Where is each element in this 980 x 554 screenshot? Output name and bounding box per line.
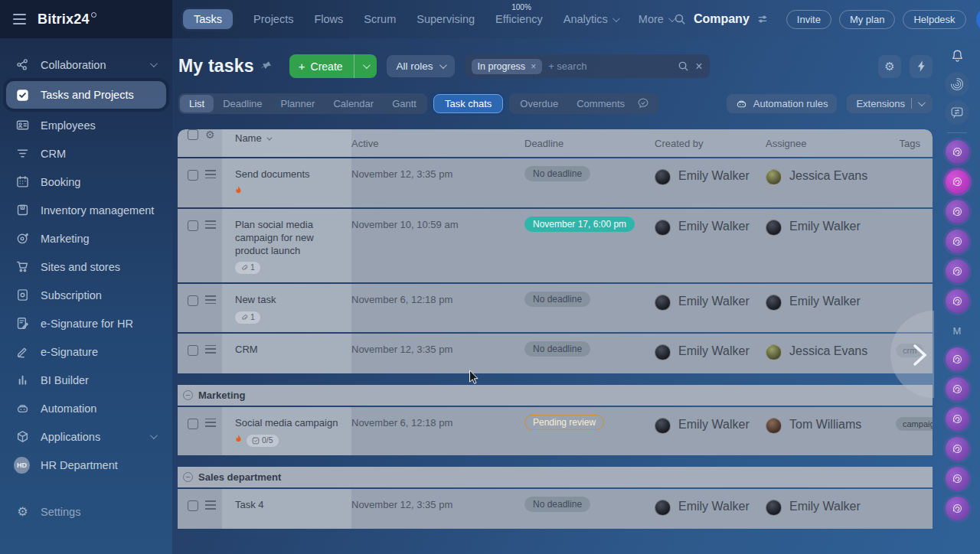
chat-bubble-icon[interactable] bbox=[946, 497, 969, 520]
row-checkbox[interactable] bbox=[188, 220, 198, 231]
create-button[interactable]: +Create bbox=[289, 54, 377, 78]
deadline-badge[interactable]: Pending review bbox=[524, 415, 604, 430]
automation-rules-button[interactable]: Automation rules bbox=[727, 94, 838, 113]
tab-comments[interactable]: Comments bbox=[567, 95, 634, 112]
column-header-created-by[interactable]: Created by bbox=[655, 129, 766, 157]
sidebar-item-collaboration[interactable]: Collaboration bbox=[0, 51, 172, 79]
nav-item-scrum[interactable]: Scrum bbox=[364, 13, 396, 25]
automation-flash-button[interactable] bbox=[910, 55, 933, 78]
chat-bubble-icon[interactable] bbox=[946, 200, 969, 223]
sidebar-item-sites-and-stores[interactable]: Sites and stores bbox=[0, 253, 172, 281]
task-name-cell[interactable]: New task1 bbox=[222, 284, 351, 332]
chat-bubble-icon[interactable] bbox=[946, 140, 969, 164]
menu-icon[interactable] bbox=[13, 14, 26, 24]
table-row[interactable]: Send documentsNovember 12, 3:35 pmNo dea… bbox=[178, 158, 933, 207]
sidebar-item-subscription[interactable]: Subscription bbox=[0, 281, 172, 309]
filter-sliders-icon[interactable] bbox=[757, 14, 768, 24]
company-scope-label[interactable]: Company bbox=[694, 12, 750, 26]
column-header-name[interactable]: Name bbox=[222, 129, 351, 157]
table-row[interactable]: Plan social media campaign for new produ… bbox=[178, 209, 933, 282]
global-search[interactable]: Company bbox=[674, 12, 768, 26]
sidebar-item-e-signature[interactable]: e-Signature bbox=[0, 337, 172, 366]
collapse-icon[interactable]: − bbox=[183, 472, 193, 482]
table-section-marketing[interactable]: −Marketing bbox=[178, 385, 933, 406]
tab-list[interactable]: List bbox=[180, 95, 214, 112]
task-name-cell[interactable]: Send documents bbox=[222, 158, 351, 207]
task-name-cell[interactable]: CRM bbox=[222, 334, 351, 373]
created-by-cell[interactable]: Emily Walker bbox=[655, 489, 766, 529]
nav-item-projects[interactable]: Projects bbox=[253, 13, 293, 25]
create-dropdown[interactable] bbox=[354, 54, 377, 78]
extensions-button[interactable]: Extensions bbox=[847, 94, 933, 113]
assignee-cell[interactable]: Jessica Evans bbox=[766, 334, 888, 373]
created-by-cell[interactable]: Emily Walker bbox=[655, 209, 766, 282]
table-row[interactable]: Task 4November 12, 3:35 pmNo deadlineEmi… bbox=[178, 489, 933, 529]
deadline-badge[interactable]: November 17, 6:00 pm bbox=[524, 217, 635, 232]
task-name-cell[interactable]: Task 4 bbox=[222, 489, 351, 529]
sidebar-item-tasks-and-projects[interactable]: Tasks and Projects bbox=[6, 81, 166, 109]
search-icon[interactable] bbox=[678, 60, 689, 72]
filter-chip-in-progress[interactable]: In progress× bbox=[472, 59, 543, 74]
history-icon[interactable] bbox=[945, 72, 969, 96]
table-section-sales-department[interactable]: −Sales department bbox=[178, 467, 933, 487]
sidebar-item-automation[interactable]: Automation bbox=[0, 394, 172, 422]
row-checkbox[interactable] bbox=[188, 419, 198, 429]
nav-item-tasks[interactable]: Tasks bbox=[183, 9, 233, 29]
bell-icon[interactable] bbox=[945, 44, 969, 68]
column-header-active[interactable]: Active bbox=[351, 129, 524, 157]
column-header-assignee[interactable]: Assignee bbox=[766, 129, 888, 157]
row-checkbox[interactable] bbox=[188, 295, 198, 306]
tab-gantt[interactable]: Gantt bbox=[383, 95, 426, 112]
chat-bubble-icon[interactable] bbox=[946, 377, 969, 401]
chat-bubble-icon[interactable] bbox=[946, 467, 969, 490]
sidebar-item-e-signature-for-hr[interactable]: e-Signature for HR bbox=[0, 309, 172, 337]
sidebar-item-bi-builder[interactable]: BI Builder bbox=[0, 366, 172, 394]
sidebar-item-inventory-management[interactable]: Inventory management bbox=[0, 196, 172, 224]
created-by-cell[interactable]: Emily Walker bbox=[655, 407, 766, 456]
task-name-cell[interactable]: Social media campaign0/5 bbox=[222, 407, 351, 456]
chat-bubble-icon[interactable] bbox=[946, 170, 969, 194]
row-checkbox[interactable] bbox=[188, 170, 198, 181]
clear-search-icon[interactable]: × bbox=[695, 60, 702, 73]
deadline-badge[interactable]: No deadline bbox=[524, 341, 590, 357]
column-header-tags[interactable]: Tags bbox=[888, 129, 933, 157]
chat-bubble-icon[interactable] bbox=[946, 259, 969, 283]
tab-task-chats[interactable]: Task chats bbox=[433, 94, 503, 113]
assignee-cell[interactable]: Emily Walker bbox=[766, 209, 888, 282]
task-search-field[interactable]: In progress× + search × bbox=[465, 54, 710, 78]
drag-handle-icon[interactable] bbox=[205, 500, 216, 509]
chat-bubble-icon[interactable] bbox=[946, 437, 969, 461]
sidebar-item-employees[interactable]: Employees bbox=[0, 111, 172, 139]
tab-overdue[interactable]: Overdue bbox=[511, 95, 567, 112]
tag-pill[interactable]: campaign bbox=[896, 417, 933, 431]
topbar-pill-invite[interactable]: Invite bbox=[786, 10, 831, 29]
drag-handle-icon[interactable] bbox=[205, 419, 216, 427]
topbar-pill-my-plan[interactable]: My plan bbox=[839, 10, 896, 29]
roles-filter-button[interactable]: All roles bbox=[387, 55, 455, 77]
sidebar-item-settings[interactable]: ⚙Settings bbox=[0, 497, 172, 526]
row-checkbox[interactable] bbox=[188, 500, 198, 511]
assignee-cell[interactable]: Emily Walker bbox=[766, 284, 888, 332]
search-icon[interactable] bbox=[674, 13, 686, 25]
chat-bubble-icon[interactable] bbox=[946, 347, 969, 371]
columns-gear-icon[interactable]: ⚙ bbox=[205, 129, 215, 140]
sidebar-item-applications[interactable]: Applications bbox=[0, 422, 172, 451]
nav-item-analytics[interactable]: Analytics bbox=[564, 13, 618, 25]
created-by-cell[interactable]: Emily Walker bbox=[655, 334, 766, 373]
chat-check-icon[interactable] bbox=[634, 95, 657, 112]
tab-deadline[interactable]: Deadline bbox=[214, 95, 271, 112]
assignee-cell[interactable]: Emily Walker bbox=[766, 489, 888, 529]
task-name-cell[interactable]: Plan social media campaign for new produ… bbox=[222, 209, 351, 282]
deadline-badge[interactable]: No deadline bbox=[524, 292, 590, 307]
row-checkbox[interactable] bbox=[188, 345, 198, 356]
table-row[interactable]: Social media campaign0/5November 6, 12:1… bbox=[178, 407, 933, 456]
created-by-cell[interactable]: Emily Walker bbox=[655, 284, 766, 332]
chat-bubble-icon[interactable] bbox=[946, 289, 969, 313]
chat-bubble-icon[interactable] bbox=[946, 230, 969, 253]
search-placeholder[interactable]: + search bbox=[548, 60, 671, 72]
sidebar-item-booking[interactable]: Booking bbox=[0, 168, 172, 196]
nav-item-flows[interactable]: Flows bbox=[314, 13, 343, 25]
drag-handle-icon[interactable] bbox=[205, 220, 216, 229]
drag-handle-icon[interactable] bbox=[205, 345, 216, 354]
select-all-checkbox[interactable] bbox=[188, 129, 198, 140]
